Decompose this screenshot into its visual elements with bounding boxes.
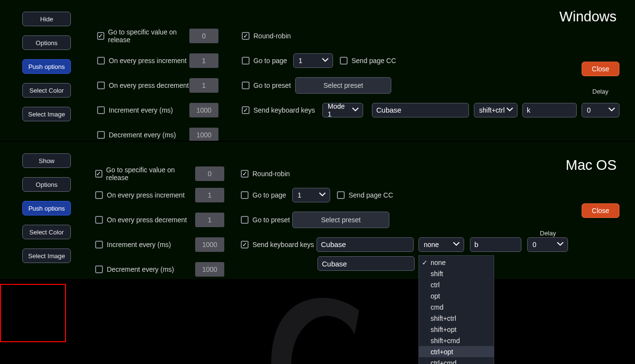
label-dec-every: Decrement every (ms) [107, 265, 174, 273]
modifier-dropdown-menu: none shift ctrl opt cmd shift+ctrl shift… [418, 255, 494, 364]
menu-item[interactable]: shift+cmd [419, 335, 494, 346]
label-send-kbd: Send keyboard keys [253, 106, 315, 114]
label-goto-release: Go to specific value on release [106, 166, 188, 182]
menu-item[interactable]: cmd [419, 301, 494, 313]
menu-item[interactable]: ctrl [419, 279, 494, 290]
hide-button[interactable]: Hide [22, 12, 71, 26]
modifier-dropdown[interactable]: shift+ctrl [474, 103, 518, 117]
mode-dropdown[interactable]: Mode 1 [322, 103, 363, 117]
key-input[interactable] [470, 237, 521, 252]
input-dec-every[interactable] [195, 262, 224, 277]
label-inc-press: On every press increment [107, 191, 184, 199]
label-goto-page: Go to page [253, 57, 287, 65]
menu-item[interactable]: ctrl+cmd [419, 357, 494, 364]
push-options-button[interactable]: Push options [22, 201, 71, 215]
label-dec-press: On every press decrement [109, 82, 189, 89]
checkbox-send-page-cc[interactable] [340, 57, 348, 65]
checkbox-round-robin[interactable] [241, 170, 249, 178]
checkbox-inc-press[interactable] [97, 57, 105, 65]
checkbox-dec-press[interactable] [97, 82, 105, 89]
label-goto-preset: Go to preset [252, 216, 290, 224]
app-name-input[interactable] [372, 103, 469, 117]
key-input[interactable] [522, 103, 577, 117]
checkbox-dec-press[interactable] [95, 216, 103, 224]
checkbox-round-robin[interactable] [242, 32, 250, 40]
delay-label: Delay [592, 88, 608, 95]
delay-dropdown[interactable]: 0 [527, 237, 568, 252]
close-button[interactable]: Close [582, 203, 619, 218]
checkbox-goto-release[interactable] [97, 32, 104, 40]
input-goto-release[interactable] [195, 166, 224, 181]
chevron-down-icon [322, 56, 329, 64]
watermark-c-icon [262, 291, 379, 364]
chevron-down-icon [608, 106, 615, 114]
menu-item[interactable]: shift [419, 268, 494, 279]
checkbox-dec-every[interactable] [97, 131, 105, 139]
label-inc-every: Increment every (ms) [107, 241, 171, 248]
delay-dropdown[interactable]: 0 [582, 103, 619, 117]
checkbox-goto-preset[interactable] [241, 216, 249, 224]
select-preset-button[interactable]: Select preset [295, 77, 391, 94]
checkbox-inc-press[interactable] [95, 191, 103, 199]
checkbox-goto-release[interactable] [95, 170, 102, 178]
input-inc-every[interactable] [189, 103, 218, 117]
label-round-robin: Round-robin [253, 32, 291, 40]
checkbox-send-kbd[interactable] [242, 106, 250, 114]
chevron-down-icon [557, 240, 564, 248]
select-preset-button[interactable]: Select preset [292, 212, 389, 228]
checkbox-inc-every[interactable] [97, 106, 105, 114]
chevron-down-icon [319, 191, 326, 199]
select-image-button[interactable]: Select Image [22, 248, 71, 263]
input-dec-every[interactable] [189, 128, 218, 142]
checkbox-inc-every[interactable] [95, 241, 103, 248]
input-inc-press[interactable] [189, 53, 218, 68]
options-button[interactable]: Options [22, 35, 71, 50]
menu-item[interactable]: shift+opt [419, 324, 494, 335]
options-left-mac: Go to specific value on release On every… [95, 165, 224, 281]
show-button[interactable]: Show [22, 153, 71, 168]
select-color-button[interactable]: Select Color [22, 225, 71, 239]
push-options-button[interactable]: Push options [22, 59, 71, 74]
checkbox-send-page-cc[interactable] [337, 191, 345, 199]
input-inc-every[interactable] [195, 237, 224, 252]
checkbox-goto-preset[interactable] [242, 82, 250, 89]
options-button[interactable]: Options [22, 177, 71, 192]
options-left-win: Go to specific value on release On every… [97, 23, 218, 147]
options-right-mac: Round-robin Go to page 1 Send page CC Go… [241, 165, 568, 257]
input-dec-press[interactable] [189, 78, 218, 93]
label-send-page-cc: Send page CC [351, 57, 396, 65]
app-name-input[interactable] [317, 237, 414, 252]
menu-item[interactable]: ctrl+opt [419, 346, 494, 357]
delay-label: Delay [540, 230, 556, 237]
select-image-button[interactable]: Select Image [22, 107, 71, 121]
label-goto-release: Go to specific value on release [108, 28, 190, 44]
input-inc-press[interactable] [195, 188, 224, 202]
options-right-win: Round-robin Go to page 1 Send page CC Go… [242, 23, 619, 122]
modifier-dropdown[interactable]: none [418, 237, 464, 252]
input-dec-press[interactable] [195, 213, 224, 227]
page-dropdown[interactable]: 1 [293, 53, 333, 68]
checkbox-send-kbd[interactable] [241, 241, 249, 248]
os-label-mac: Mac OS [566, 157, 617, 173]
label-dec-every: Decrement every (ms) [109, 131, 176, 139]
menu-item[interactable]: shift+ctrl [419, 313, 494, 324]
os-label-windows: Windows [559, 9, 617, 25]
checkbox-goto-page[interactable] [241, 191, 249, 199]
highlight-box [0, 284, 66, 342]
select-color-button[interactable]: Select Color [22, 83, 71, 98]
input-goto-release[interactable] [189, 29, 218, 43]
page-dropdown-value: 1 [299, 57, 302, 65]
label-inc-press: On every press increment [109, 57, 186, 65]
checkbox-dec-every[interactable] [95, 265, 103, 273]
checkbox-goto-page[interactable] [242, 57, 250, 65]
chevron-down-icon [506, 106, 513, 114]
menu-item[interactable]: opt [419, 290, 494, 301]
app-name-input-row2[interactable] [318, 256, 415, 271]
label-goto-preset: Go to preset [253, 82, 291, 89]
modifier-dropdown-value: none [424, 241, 439, 248]
page-dropdown[interactable]: 1 [292, 188, 330, 202]
chevron-down-icon [453, 240, 460, 248]
label-inc-every: Increment every (ms) [109, 106, 173, 114]
menu-item[interactable]: none [419, 257, 494, 268]
label-round-robin: Round-robin [252, 170, 290, 178]
